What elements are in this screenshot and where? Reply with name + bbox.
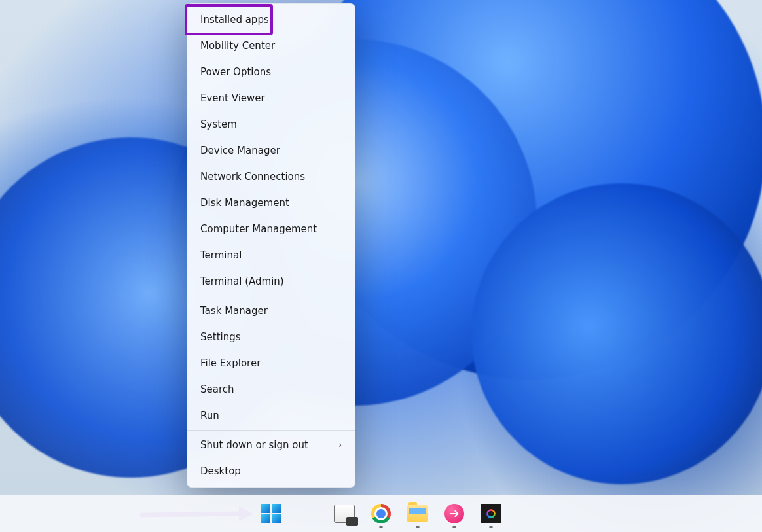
menu-item-label: File Explorer [200,357,261,369]
menu-item-event-viewer[interactable]: Event Viewer [187,85,355,111]
menu-item-power-options[interactable]: Power Options [187,59,355,85]
menu-item-label: Desktop [200,465,241,477]
file-explorer-icon [407,505,428,522]
menu-item-label: Terminal (Admin) [200,275,284,287]
menu-item-label: System [200,118,237,130]
taskbar-item-chrome[interactable] [366,499,396,529]
menu-item-installed-apps[interactable]: Installed apps [187,7,355,33]
menu-item-device-manager[interactable]: Device Manager [187,137,355,164]
menu-item-file-explorer[interactable]: File Explorer [187,350,355,376]
taskbar-item-task-view[interactable] [329,499,359,529]
running-indicator [489,526,493,528]
menu-item-mobility-center[interactable]: Mobility Center [187,33,355,59]
menu-item-label: Run [200,410,219,421]
menu-item-label: Settings [200,331,241,343]
menu-item-label: Mobility Center [200,40,275,52]
menu-item-label: Disk Management [200,197,289,209]
taskbar-item-search[interactable] [293,499,323,529]
task-view-icon [334,505,355,523]
running-indicator [416,526,420,528]
menu-item-label: Event Viewer [200,92,265,104]
menu-item-system[interactable]: System [187,111,355,137]
menu-item-label: Network Connections [200,171,305,183]
menu-item-task-manager[interactable]: Task Manager [187,298,355,324]
menu-separator [187,430,355,431]
running-indicator [452,526,456,528]
menu-item-label: Terminal [200,249,242,261]
pink-circle-icon [444,504,464,523]
menu-item-label: Device Manager [200,145,280,156]
menu-item-terminal-admin[interactable]: Terminal (Admin) [187,268,355,294]
menu-item-label: Shut down or sign out [200,439,308,451]
taskbar [0,495,762,532]
menu-item-network-connections[interactable]: Network Connections [187,164,355,190]
windows-start-icon [261,504,281,523]
desktop-wallpaper [0,0,762,532]
taskbar-item-sharex[interactable] [476,499,506,529]
menu-item-settings[interactable]: Settings [187,324,355,350]
menu-item-label: Search [200,383,234,395]
menu-item-computer-management[interactable]: Computer Management [187,216,355,242]
menu-item-run[interactable]: Run [187,402,355,429]
menu-item-desktop[interactable]: Desktop [187,458,355,484]
menu-item-terminal[interactable]: Terminal [187,242,355,268]
winx-context-menu: Installed appsMobility CenterPower Optio… [187,3,355,488]
chrome-icon [371,504,391,523]
chevron-right-icon: › [338,440,342,450]
menu-item-disk-management[interactable]: Disk Management [187,190,355,216]
menu-item-search[interactable]: Search [187,376,355,402]
menu-separator [187,296,355,296]
menu-item-label: Task Manager [200,305,268,317]
menu-item-label: Power Options [200,66,271,78]
taskbar-item-file-explorer[interactable] [403,499,433,529]
taskbar-item-pink-app[interactable] [439,499,469,529]
menu-item-shut-down-sign-out[interactable]: Shut down or sign out› [187,432,355,458]
running-indicator [379,526,383,528]
taskbar-item-start[interactable] [256,499,286,529]
black-square-icon [481,504,501,523]
menu-item-label: Installed apps [200,14,269,26]
menu-item-label: Computer Management [200,223,317,235]
